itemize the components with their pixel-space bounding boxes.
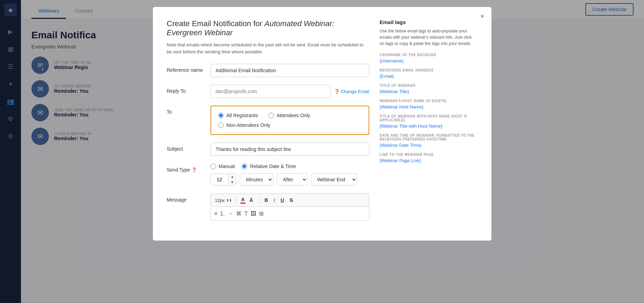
radio-attendees-only[interactable] <box>268 113 274 118</box>
tag-group-2: TITLE OF WEBINAR {Webinar Title} <box>380 84 478 94</box>
send-type-help-icon[interactable]: ❓ <box>191 167 197 173</box>
email-tags-title: Email tags <box>380 19 478 25</box>
tag-group-3: WEBINAR'S HOST NAME (IF EXISTS) {Webinar… <box>380 99 478 109</box>
underline-button[interactable]: U <box>279 197 286 204</box>
help-icon: ❓ <box>334 89 340 94</box>
send-type-manual[interactable]: Manual <box>210 164 235 169</box>
subject-control <box>210 143 369 156</box>
list-ol-icon[interactable]: 1. <box>220 211 225 217</box>
radio-manual[interactable] <box>210 164 216 169</box>
tag-value-2[interactable]: {Webinar Title} <box>380 89 478 94</box>
table-icon[interactable]: ⊞ <box>259 210 264 217</box>
modal-note: Note that emails which become scheduled … <box>167 41 369 55</box>
font-color-button[interactable]: A <box>240 197 245 204</box>
time-number-wrap: ▲ ▼ <box>210 174 237 185</box>
image-icon[interactable]: 🖼 <box>251 211 256 217</box>
subject-row: Subject <box>167 143 369 156</box>
modal-overlay: × Create Email Notification for Automate… <box>0 0 644 303</box>
to-row: To All Registrants Attendees Only Non-At… <box>167 106 369 135</box>
toolbar-divider-1 <box>236 197 236 203</box>
font-size-value: 12px <box>215 198 225 203</box>
modal-right: Email tags Use the below email tags to a… <box>380 19 478 228</box>
modal: × Create Email Notification for Automate… <box>153 7 491 241</box>
tag-label-0: USERNAME OF THE RECEIVER <box>380 53 478 57</box>
text-icon[interactable]: T <box>244 211 248 217</box>
number-arrows: ▲ ▼ <box>228 174 236 185</box>
reply-to-control: ❓ Change Email <box>210 85 369 98</box>
message-toolbar-row2: ≡ 1. → ⌘ T 🖼 ⊞ <box>210 207 369 221</box>
modal-left: Create Email Notification for Automated … <box>167 19 369 228</box>
change-email-link[interactable]: ❓ Change Email <box>334 89 369 94</box>
tag-value-1[interactable]: {Email} <box>380 74 478 79</box>
email-tags-desc: Use the below email tags to auto-populat… <box>380 28 478 47</box>
tag-value-0[interactable]: {Username} <box>380 58 478 63</box>
tag-group-0: USERNAME OF THE RECEIVER {Username} <box>380 53 478 63</box>
to-option-attendees-only-label: Attendees Only <box>277 113 310 118</box>
send-type-control: Manual Relative Date & Time ▲ <box>210 164 369 186</box>
anchor-select[interactable]: Webinar End Webinar Start Registration <box>311 173 357 186</box>
tag-group-1: RECEIVERS EMAIL ADDRESS {Email} <box>380 68 478 79</box>
to-option-all-registrants[interactable]: All Registrants <box>218 113 258 118</box>
to-option-non-attendees[interactable]: Non-Attendees Only <box>218 122 362 128</box>
tag-group-4: TITLE OF WEBINAR WITH HOST NAME (HOST IF… <box>380 114 478 129</box>
change-email-label: Change Email <box>341 89 369 94</box>
strikethrough-button[interactable]: S <box>288 197 294 204</box>
list-ul-icon[interactable]: ≡ <box>214 211 217 217</box>
tag-label-1: RECEIVERS EMAIL ADDRESS <box>380 68 478 72</box>
toolbar-divider-2 <box>259 197 259 203</box>
tag-label-2: TITLE OF WEBINAR <box>380 84 478 88</box>
time-number-input[interactable] <box>211 174 228 185</box>
italic-button[interactable]: I <box>272 197 276 204</box>
reply-to-row: Reply To ❓ Change Email <box>167 85 369 98</box>
radio-non-attendees[interactable] <box>218 122 224 128</box>
font-color-letter: A <box>241 197 245 202</box>
to-label: To <box>167 106 205 115</box>
font-color-bar <box>240 203 245 204</box>
link-icon[interactable]: ⌘ <box>236 210 242 217</box>
bold-button[interactable]: B <box>263 197 269 204</box>
tag-label-6: LINK TO THE WEBINAR PAGE <box>380 153 478 157</box>
tag-value-3[interactable]: {Webinar Host Name} <box>380 104 478 109</box>
send-type-relative-label: Relative Date & Time <box>250 164 296 169</box>
tag-value-5[interactable]: {Webinar Date Time} <box>380 143 478 148</box>
radio-all-registrants[interactable] <box>218 113 224 118</box>
reply-to-input[interactable] <box>210 85 331 98</box>
to-option-attendees-only[interactable]: Attendees Only <box>268 113 310 118</box>
radio-relative[interactable] <box>242 164 247 169</box>
reference-name-label: Reference name <box>167 64 205 73</box>
modal-title-static: Create Email Notification for <box>167 19 262 28</box>
reference-name-input[interactable] <box>210 64 369 77</box>
message-control: 12px ⬆⬇ A Ā B I <box>210 194 369 221</box>
modal-close-button[interactable]: × <box>480 12 484 20</box>
tag-value-4[interactable]: {Webinar Title with Host Name} <box>380 123 478 129</box>
time-unit-select[interactable]: Minutes Hours Days <box>240 173 273 186</box>
send-type-label: Send Type ❓ <box>167 164 205 173</box>
font-size-arrow-icon[interactable]: ⬆⬇ <box>226 198 232 202</box>
modal-title: Create Email Notification for Automated … <box>167 19 369 37</box>
message-row: Message 12px ⬆⬇ A Ā <box>167 194 369 221</box>
tag-label-4: TITLE OF WEBINAR WITH HOST NAME (HOST IF… <box>380 114 478 122</box>
send-type-relative[interactable]: Relative Date & Time <box>242 164 296 169</box>
number-up-button[interactable]: ▲ <box>229 174 236 180</box>
reference-name-row: Reference name <box>167 64 369 77</box>
to-options-box: All Registrants Attendees Only Non-Atten… <box>210 106 369 135</box>
subject-input[interactable] <box>210 143 369 156</box>
send-type-row: Send Type ❓ Manual Relative Date & Time <box>167 164 369 186</box>
tag-label-5: DATE AND TIME OF WEBINAR. FORMATTED TO T… <box>380 134 478 141</box>
font-highlight-button[interactable]: Ā <box>248 197 254 204</box>
indent-icon[interactable]: → <box>228 211 233 217</box>
direction-select[interactable]: After Before <box>277 173 308 186</box>
to-option-non-attendees-label: Non-Attendees Only <box>227 122 271 128</box>
tag-group-5: DATE AND TIME OF WEBINAR. FORMATTED TO T… <box>380 134 478 148</box>
highlight-icon: Ā <box>250 197 253 203</box>
subject-label: Subject <box>167 143 205 152</box>
send-type-manual-label: Manual <box>219 164 235 169</box>
font-size-control: 12px ⬆⬇ <box>215 198 232 203</box>
send-type-text: Send Type <box>167 167 190 173</box>
tag-label-3: WEBINAR'S HOST NAME (IF EXISTS) <box>380 99 478 103</box>
tag-value-6[interactable]: {Webinar Page Link} <box>380 158 478 163</box>
reply-to-label: Reply To <box>167 85 205 94</box>
tag-group-6: LINK TO THE WEBINAR PAGE {Webinar Page L… <box>380 153 478 163</box>
message-label: Message <box>167 194 205 203</box>
number-down-button[interactable]: ▼ <box>229 180 236 185</box>
